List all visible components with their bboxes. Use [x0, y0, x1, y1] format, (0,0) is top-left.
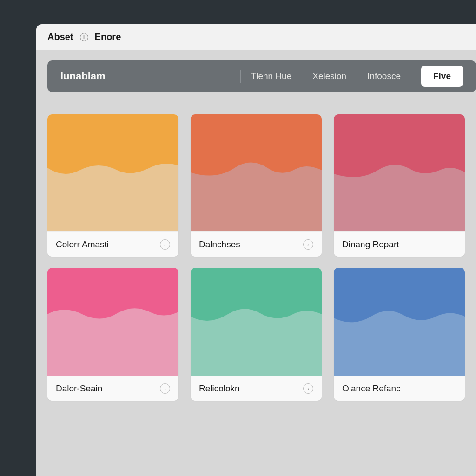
card-preview	[191, 268, 322, 376]
content-area: lunablam Tlenn Hue Xelesion Infoosce Fiv…	[36, 50, 476, 476]
card-dalnchses[interactable]: Dalnchses ›	[191, 114, 322, 257]
tab-button-five[interactable]: Five	[421, 66, 463, 87]
card-grid: Colorr Amasti › Dalnchses ›	[47, 92, 476, 401]
info-icon[interactable]: i	[80, 33, 88, 41]
card-footer: Dinang Repart	[334, 231, 465, 257]
tab-infoosce[interactable]: Infoosce	[357, 71, 411, 81]
card-footer: Olance Refanc	[334, 376, 465, 401]
chevron-right-icon[interactable]: ›	[160, 239, 170, 250]
titlebar-label-2: Enore	[95, 32, 121, 42]
tab-xelesion[interactable]: Xelesion	[302, 71, 357, 81]
toolbar-tabs: Tlenn Hue Xelesion Infoosce Five	[240, 66, 463, 87]
toolbar-brand: lunablam	[60, 70, 240, 82]
card-preview	[191, 114, 322, 231]
chevron-right-icon[interactable]: ›	[303, 383, 313, 394]
card-title: Dalor-Seain	[56, 383, 102, 394]
card-preview	[334, 268, 465, 376]
card-footer: Relicolokn ›	[191, 376, 322, 401]
card-olance-refanc[interactable]: Olance Refanc	[334, 268, 465, 401]
card-title: Dalnchses	[199, 239, 240, 250]
card-preview	[47, 268, 178, 376]
card-title: Relicolokn	[199, 383, 240, 394]
toolbar: lunablam Tlenn Hue Xelesion Infoosce Fiv…	[47, 60, 476, 92]
card-dinang-repart[interactable]: Dinang Repart	[334, 114, 465, 257]
titlebar: Abset i Enore	[36, 24, 476, 50]
card-title: Dinang Repart	[342, 239, 399, 250]
card-footer: Colorr Amasti ›	[47, 231, 178, 257]
card-preview	[334, 114, 465, 231]
app-window: Abset i Enore lunablam Tlenn Hue Xelesio…	[36, 24, 476, 476]
titlebar-label-1: Abset	[47, 32, 73, 42]
card-title: Olance Refanc	[342, 383, 401, 394]
tab-tlenn-hue[interactable]: Tlenn Hue	[241, 71, 302, 81]
card-title: Colorr Amasti	[56, 239, 109, 250]
card-footer: Dalor-Seain ›	[47, 376, 178, 401]
card-relicolokn[interactable]: Relicolokn ›	[191, 268, 322, 401]
chevron-right-icon[interactable]: ›	[303, 239, 313, 250]
card-dalor-seain[interactable]: Dalor-Seain ›	[47, 268, 178, 401]
card-preview	[47, 114, 178, 231]
card-colorr-amasti[interactable]: Colorr Amasti ›	[47, 114, 178, 257]
chevron-right-icon[interactable]: ›	[160, 383, 170, 394]
card-footer: Dalnchses ›	[191, 231, 322, 257]
